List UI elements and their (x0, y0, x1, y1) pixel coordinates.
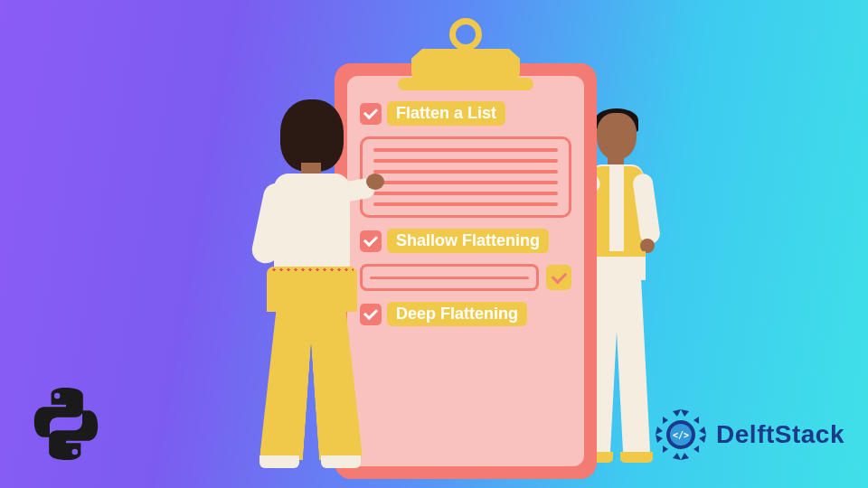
delftstack-logo: </> DelftStack (653, 407, 844, 463)
checklist-label: Shallow Flattening (387, 229, 549, 253)
clip-bar-icon (398, 78, 533, 90)
checkbox-alt-icon (546, 265, 571, 290)
checklist-label: Flatten a List (387, 101, 505, 126)
person-left-illustration (231, 99, 393, 479)
delftstack-wordmark: DelftStack (716, 420, 844, 449)
checklist-label: Deep Flattening (387, 302, 527, 326)
clip-body-icon (411, 49, 520, 81)
delftstack-mark-icon: </> (653, 407, 709, 463)
clip-ring-icon (449, 18, 482, 51)
svg-text:</>: </> (673, 430, 689, 440)
hero-illustration: Flatten a List Shallow Flattening (0, 0, 868, 488)
python-logo-icon (25, 383, 107, 468)
